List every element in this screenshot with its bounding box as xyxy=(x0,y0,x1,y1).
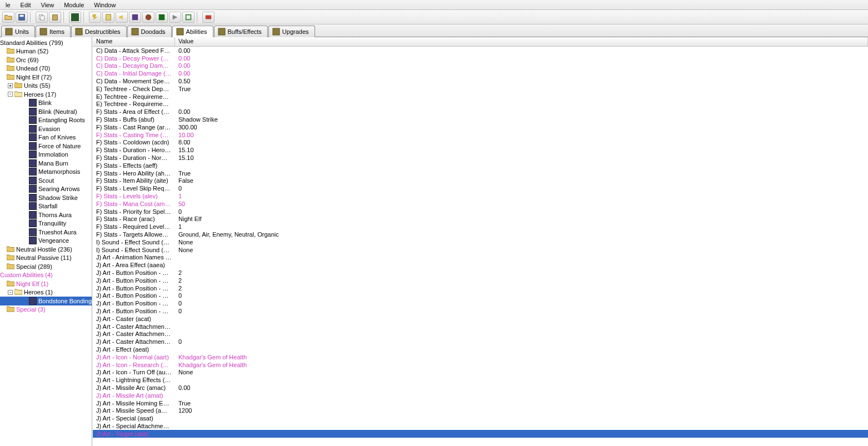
property-row[interactable]: J) Art - Target (atat) xyxy=(93,430,868,438)
script-icon[interactable] xyxy=(102,12,114,23)
tree-item[interactable]: -Heroes (1) xyxy=(0,288,92,297)
tree-item[interactable]: Night Elf (72) xyxy=(0,73,92,82)
column-name[interactable]: Name xyxy=(93,37,175,46)
property-row[interactable]: J) Art - Special Attachment P... xyxy=(93,422,868,430)
property-row[interactable]: J) Art - Missile Art (amat) xyxy=(93,392,868,399)
menu-file[interactable]: le xyxy=(1,1,15,9)
save-icon[interactable] xyxy=(16,12,28,23)
property-row[interactable]: J) Art - Lightning Effects (alig) xyxy=(93,376,868,384)
tree-item[interactable]: Neutral Hostile (236) xyxy=(0,245,92,254)
property-row[interactable]: F) Stats - Cooldown (acdn)8.00 xyxy=(93,139,868,147)
property-row[interactable]: F) Stats - Casting Time (acas)10.00 xyxy=(93,131,868,139)
tree-item[interactable]: Starfall xyxy=(0,202,92,211)
import-icon[interactable] xyxy=(169,12,181,23)
paste-icon[interactable] xyxy=(49,12,61,23)
ability-tree[interactable]: Standard Abilities (799)Human (52)Orc (6… xyxy=(0,37,92,446)
tab-upgrades[interactable]: Upgrades xyxy=(268,26,315,37)
property-row[interactable]: F) Stats - Hero Ability (aher)True xyxy=(93,169,868,177)
property-row[interactable]: J) Art - Button Position - Turn...0 xyxy=(93,307,868,315)
open-icon[interactable] xyxy=(2,12,14,23)
property-row[interactable]: J) Art - Animation Names (aani) xyxy=(93,254,868,262)
property-row[interactable]: J) Art - Missile Homing Enabl...True xyxy=(93,399,868,407)
collapse-icon[interactable]: - xyxy=(8,290,13,295)
property-row[interactable]: F) Stats - Levels (alev)1 xyxy=(93,192,868,200)
tree-item[interactable]: Immolation xyxy=(0,151,92,159)
menu-edit[interactable]: Edit xyxy=(16,1,36,9)
copy-icon[interactable] xyxy=(36,12,48,23)
property-row[interactable]: F) Stats - Effects (aeff) xyxy=(93,162,868,169)
test-icon[interactable] xyxy=(202,12,214,23)
property-row[interactable]: F) Stats - Cast Range (aran)300.00 xyxy=(93,123,868,131)
ai-icon[interactable] xyxy=(142,12,154,23)
property-row[interactable]: J) Art - Caster Attachments (...0 xyxy=(93,338,868,345)
table-body[interactable]: C) Data - Attack Speed Fact...0.00C) Dat… xyxy=(93,47,868,446)
tree-item[interactable]: Fan of Knives xyxy=(0,133,92,142)
tree-item[interactable]: Thorns Aura xyxy=(0,211,92,219)
tab-destructibles[interactable]: Destructibles xyxy=(71,26,127,37)
object-icon[interactable] xyxy=(129,12,141,23)
property-row[interactable]: J) Art - Missile Speed (amsp)1200 xyxy=(93,407,868,414)
tree-item[interactable]: Metamorphosis xyxy=(0,168,92,177)
tree-item[interactable]: Custom Abilities (4) xyxy=(0,271,92,280)
property-row[interactable]: C) Data - Decaying Damage...0.00 xyxy=(93,62,868,70)
tree-item[interactable]: Bondstone Bonding Po xyxy=(0,297,92,305)
property-row[interactable]: F) Stats - Race (arac)Night Elf xyxy=(93,216,868,223)
menu-window[interactable]: Window xyxy=(89,1,120,9)
property-row[interactable]: F) Stats - Area of Effect (aare)0.00 xyxy=(93,108,868,116)
tree-item[interactable]: Night Elf (1) xyxy=(0,279,92,288)
tree-item[interactable]: Tranquility xyxy=(0,219,92,228)
property-row[interactable]: C) Data - Attack Speed Fact...0.00 xyxy=(93,47,868,54)
property-row[interactable]: F) Stats - Required Level (arlv)1 xyxy=(93,223,868,230)
tab-items[interactable]: Items xyxy=(36,26,71,37)
tree-item[interactable]: Evasion xyxy=(0,124,92,133)
terrain-icon[interactable] xyxy=(69,12,81,23)
property-row[interactable]: F) Stats - Buffs (abuf)Shadow Strike xyxy=(93,116,868,123)
property-row[interactable]: J) Art - Caster Attachment P... xyxy=(93,323,868,330)
column-value[interactable]: Value xyxy=(175,37,868,46)
expand-icon[interactable]: + xyxy=(8,83,13,88)
tree-item[interactable]: Special (3) xyxy=(0,305,92,314)
property-row[interactable]: F) Stats - Duration - Hero (ah...15.10 xyxy=(93,146,868,154)
sound-icon[interactable] xyxy=(116,12,128,23)
property-row[interactable]: I) Sound - Effect Sound (aefs)None xyxy=(93,246,868,254)
property-row[interactable]: J) Art - Icon - Normal (aart)Khadgar's G… xyxy=(93,353,868,361)
property-row[interactable]: J) Art - Effect (aeat) xyxy=(93,345,868,353)
tree-item[interactable]: Vengeance xyxy=(0,237,92,245)
tree-item[interactable]: Force of Nature xyxy=(0,142,92,151)
tree-item[interactable]: Shadow Strike xyxy=(0,193,92,202)
property-row[interactable]: C) Data - Initial Damage (Es...0.00 xyxy=(93,69,868,77)
property-row[interactable]: C) Data - Decay Power (Esh4)0.00 xyxy=(93,54,868,62)
property-row[interactable]: J) Art - Button Position - Res...0 xyxy=(93,292,868,300)
property-row[interactable]: J) Art - Icon - Turn Off (auar)None xyxy=(93,368,868,376)
property-row[interactable]: E) Techtree - Requirements ... xyxy=(93,93,868,101)
property-row[interactable]: J) Art - Icon - Research (arar)Khadgar's… xyxy=(93,361,868,369)
tab-abilities[interactable]: Abilities xyxy=(172,26,213,37)
tree-item[interactable]: Scout xyxy=(0,176,92,185)
property-row[interactable]: F) Stats - Duration - Normal (...15.10 xyxy=(93,154,868,162)
property-row[interactable]: J) Art - Caster Attachment P... xyxy=(93,330,868,338)
property-row[interactable]: I) Sound - Effect Sound (Loo...None xyxy=(93,238,868,246)
tree-item[interactable]: Neutral Passive (11) xyxy=(0,254,92,263)
property-row[interactable]: F) Stats - Targets Allowed (a...Ground, … xyxy=(93,230,868,238)
tree-item[interactable]: Standard Abilities (799) xyxy=(0,38,92,47)
tree-item[interactable]: Undead (70) xyxy=(0,64,92,73)
property-row[interactable]: J) Art - Button Position - Nor...2 xyxy=(93,269,868,277)
property-row[interactable]: C) Data - Movement Speed ...0.50 xyxy=(93,77,868,85)
property-row[interactable]: E) Techtree - Check Depen...True xyxy=(93,85,868,93)
tab-buffseffects[interactable]: Buffs/Effects xyxy=(214,26,268,37)
tree-item[interactable]: Blink xyxy=(0,99,92,108)
property-row[interactable]: J) Art - Button Position - Turn...0 xyxy=(93,299,868,307)
tree-item[interactable]: +Units (55) xyxy=(0,82,92,91)
property-row[interactable]: F) Stats - Item Ability (aite)False xyxy=(93,177,868,185)
property-row[interactable]: F) Stats - Priority for Spell St...0 xyxy=(93,208,868,216)
menu-module[interactable]: Module xyxy=(59,1,88,9)
tree-item[interactable]: Entangling Roots xyxy=(0,116,92,125)
tree-item[interactable]: Trueshot Aura xyxy=(0,228,92,237)
property-row[interactable]: J) Art - Special (asat) xyxy=(93,414,868,422)
property-row[interactable]: E) Techtree - Requirements ... xyxy=(93,101,868,108)
tab-doodads[interactable]: Doodads xyxy=(127,26,172,37)
trigger-icon[interactable] xyxy=(89,12,101,23)
tree-item[interactable]: Blink (Neutral) xyxy=(0,107,92,116)
tree-item[interactable]: Special (289) xyxy=(0,262,92,271)
property-row[interactable]: F) Stats - Mana Cost (amcs)50 xyxy=(93,200,868,208)
